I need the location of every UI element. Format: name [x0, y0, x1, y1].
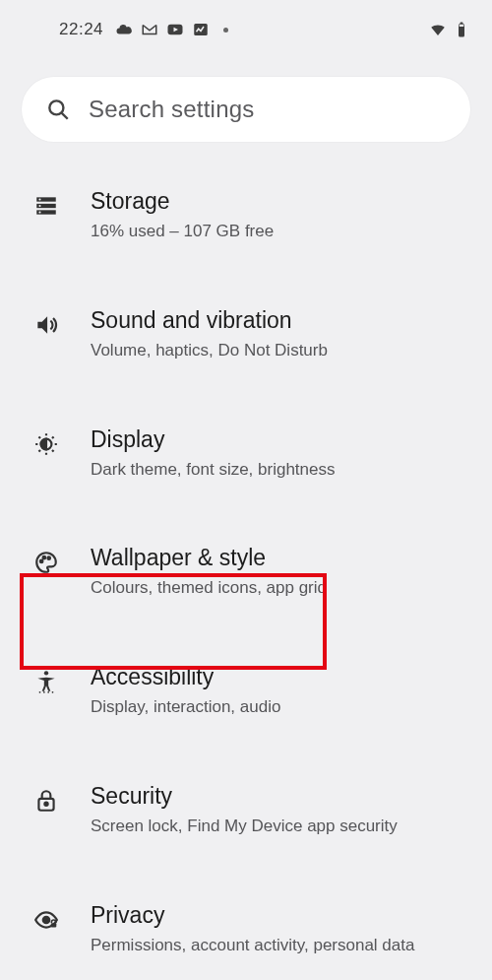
svg-point-12	[38, 211, 40, 213]
svg-point-5	[49, 100, 63, 114]
svg-point-16	[47, 557, 50, 560]
accessibility-icon	[22, 663, 71, 694]
item-subtitle: Permissions, account activity, personal …	[91, 935, 470, 957]
search-placeholder: Search settings	[89, 96, 254, 123]
settings-item-security[interactable]: Security Screen lock, Find My Device app…	[0, 764, 492, 856]
svg-rect-3	[461, 23, 463, 25]
item-title: Storage	[91, 187, 470, 217]
lock-icon	[22, 782, 71, 814]
svg-line-6	[62, 113, 68, 119]
svg-point-17	[44, 671, 48, 675]
search-settings-bar[interactable]: Search settings	[22, 77, 470, 142]
settings-item-storage[interactable]: Storage 16% used – 107 GB free	[0, 169, 492, 261]
svg-point-23	[44, 803, 47, 806]
settings-item-display[interactable]: Display Dark theme, font size, brightnes…	[0, 408, 492, 499]
svg-point-15	[43, 556, 46, 559]
wifi-icon	[429, 21, 447, 38]
svg-rect-25	[51, 923, 56, 927]
status-bar: 22:24	[0, 0, 492, 55]
svg-point-18	[39, 691, 41, 693]
item-subtitle: Volume, haptics, Do Not Disturb	[91, 340, 470, 362]
battery-icon	[453, 21, 470, 38]
svg-point-19	[43, 691, 45, 693]
svg-point-10	[38, 198, 40, 200]
status-bar-left: 22:24	[59, 20, 228, 39]
item-subtitle: Dark theme, font size, brightness	[91, 459, 470, 482]
item-title: Security	[91, 782, 470, 812]
item-subtitle: Screen lock, Find My Device app security	[91, 816, 470, 838]
item-title: Sound and vibration	[91, 306, 470, 336]
settings-item-privacy[interactable]: Privacy Permissions, account activity, p…	[0, 883, 492, 975]
svg-point-21	[52, 691, 54, 693]
svg-rect-4	[460, 25, 464, 27]
item-title: Privacy	[91, 901, 470, 931]
privacy-icon	[22, 901, 71, 933]
display-icon	[22, 425, 71, 457]
gmail-icon	[141, 21, 158, 38]
item-title: Accessibility	[91, 663, 470, 692]
svg-rect-1	[194, 24, 208, 35]
svg-point-11	[38, 205, 40, 207]
youtube-icon	[166, 21, 184, 38]
search-icon	[45, 97, 71, 122]
svg-point-14	[40, 560, 43, 563]
settings-item-accessibility[interactable]: Accessibility Display, interaction, audi…	[0, 645, 492, 737]
item-title: Display	[91, 425, 470, 455]
settings-list: Storage 16% used – 107 GB free Sound and…	[0, 142, 492, 980]
item-title: Wallpaper & style	[91, 544, 470, 573]
settings-item-wallpaper[interactable]: Wallpaper & style Colours, themed icons,…	[0, 526, 492, 618]
more-notifications-dot	[223, 28, 228, 33]
item-subtitle: 16% used – 107 GB free	[91, 221, 470, 243]
clock: 22:24	[59, 20, 103, 39]
storage-icon	[22, 187, 71, 219]
chart-icon	[192, 21, 210, 38]
sound-icon	[22, 306, 71, 338]
item-subtitle: Display, interaction, audio	[91, 696, 470, 719]
svg-point-20	[47, 691, 49, 693]
settings-item-sound[interactable]: Sound and vibration Volume, haptics, Do …	[0, 289, 492, 380]
svg-point-24	[43, 917, 50, 924]
status-bar-right	[429, 21, 470, 38]
cloud-icon	[115, 21, 133, 38]
item-subtitle: Colours, themed icons, app grid	[91, 577, 470, 600]
palette-icon	[22, 544, 71, 575]
